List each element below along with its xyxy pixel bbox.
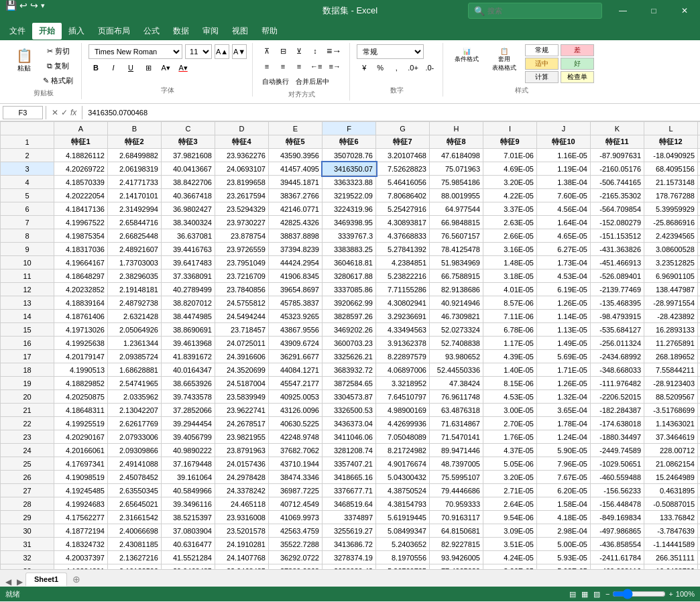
data-cell[interactable]: 1 [698,256,701,269]
data-cell[interactable]: 52.0273324 [430,323,483,337]
col-header-f[interactable]: F [323,122,376,135]
data-cell[interactable]: 3363323.88 [323,176,376,189]
row-header-33[interactable]: 33 [1,564,54,570]
data-cell[interactable]: 11.2765891 [644,337,698,350]
data-cell[interactable]: 1.58E-04 [537,497,591,511]
data-cell[interactable]: 5.27841392 [376,243,430,256]
data-cell[interactable]: 3280617.88 [323,269,376,283]
data-cell[interactable]: 42248.9748 [269,430,323,444]
data-cell[interactable]: 5.23822216 [376,269,430,283]
data-cell[interactable]: 178.767288 [644,189,698,202]
currency-btn[interactable]: ¥ [357,61,371,74]
data-cell[interactable]: 2.70E-05 [483,417,537,430]
data-cell[interactable]: 82.9227815 [430,538,483,551]
data-cell[interactable]: 4.18839164 [54,296,108,310]
data-cell[interactable]: 43590.3956 [269,149,323,162]
data-cell[interactable]: 44084.1271 [269,363,323,377]
row-header-24[interactable]: 24 [1,444,54,457]
data-cell[interactable]: 2.68499882 [108,149,162,162]
wrap-text-btn[interactable]: 自动换行 [259,75,292,88]
data-cell[interactable]: 3 [698,564,701,570]
data-cell[interactable]: 89.9471446 [430,444,483,457]
data-cell[interactable]: 3638030.43 [323,564,376,570]
data-cell[interactable]: 23.5839949 [215,390,269,404]
data-cell[interactable]: 2.13627216 [108,551,162,564]
data-cell[interactable]: 64.8150681 [430,524,483,538]
data-cell[interactable]: 4 [698,444,701,457]
scroll-left-icon[interactable]: ◀ [3,577,14,587]
align-top-btn[interactable]: ⊼ [259,44,274,58]
data-cell[interactable]: 40.3667418 [162,189,215,202]
data-cell[interactable]: 3469202.26 [323,323,376,337]
text-direction-btn[interactable]: ↕ [308,44,323,58]
data-cell[interactable]: 2.48792738 [108,296,162,310]
data-cell[interactable]: 23.878754 [215,229,269,243]
data-cell[interactable]: -2411.61784 [591,551,644,564]
data-cell[interactable]: 4.19875354 [54,229,108,243]
menu-formula[interactable]: 公式 [137,23,166,40]
data-cell[interactable]: 43710.1944 [269,457,323,471]
row-header-2[interactable]: 2 [1,149,54,162]
data-cell[interactable]: 40.9214946 [430,296,483,310]
view-normal-icon[interactable]: ▤ [569,590,576,599]
data-cell[interactable]: 41906.8345 [269,269,323,283]
header-cell[interactable]: 特征6 [323,135,376,149]
col-header-d[interactable]: D [215,122,269,135]
data-cell[interactable]: 93.980652 [430,350,483,363]
data-cell[interactable]: 23.5294329 [215,202,269,216]
close-btn[interactable]: ✕ [669,0,700,21]
data-cell[interactable]: 79.4446686 [430,484,483,497]
data-cell[interactable]: -2160.05176 [591,162,644,176]
confirm-formula-icon[interactable]: ✓ [61,108,68,117]
cell-reference-input[interactable] [3,106,43,119]
data-cell[interactable]: 8.15E-06 [483,377,537,390]
data-cell[interactable]: 23.7216709 [215,269,269,283]
data-cell[interactable]: 23.9730227 [215,216,269,229]
italic-button[interactable]: I [106,61,121,74]
data-cell[interactable]: 48.7397005 [430,457,483,471]
data-cell[interactable]: 70.9163117 [430,511,483,524]
data-cell[interactable]: 3 [698,283,701,296]
data-cell[interactable]: -152.080279 [591,216,644,229]
data-cell[interactable]: 40.5849966 [162,484,215,497]
data-cell[interactable]: 3357407.21 [323,457,376,471]
data-cell[interactable]: 82.9138686 [430,283,483,296]
data-cell[interactable]: 3416350.07 [323,162,376,176]
data-cell[interactable]: 38.4474985 [162,310,215,323]
col-header-m[interactable]: M [698,122,701,135]
data-cell[interactable]: 3376677.71 [323,484,376,497]
data-cell[interactable]: 3 [698,404,701,417]
data-cell[interactable]: 5.61919445 [376,511,430,524]
data-cell[interactable]: 40.6316477 [162,538,215,551]
data-cell[interactable]: 63.4876318 [430,404,483,417]
data-cell[interactable]: 1.78E-04 [537,417,591,430]
data-cell[interactable]: 38.8422706 [162,176,215,189]
data-cell[interactable]: 45323.9265 [269,310,323,323]
data-cell[interactable]: 7.11E-06 [483,310,537,323]
data-cell[interactable]: 24.1910281 [215,538,269,551]
data-cell[interactable]: 7.71155286 [376,283,430,296]
data-cell[interactable]: -156.56233 [591,484,644,497]
data-cell[interactable]: -535.684127 [591,323,644,337]
data-cell[interactable]: -526.089401 [591,269,644,283]
data-cell[interactable]: 1.17E-05 [483,337,537,350]
search-input[interactable] [487,7,588,15]
data-cell[interactable]: 3.08600528 [644,243,698,256]
bold-button[interactable]: B [89,61,103,74]
data-cell[interactable]: 1.73E-04 [537,256,591,269]
data-cell[interactable]: 7.05048089 [376,430,430,444]
row-header-28[interactable]: 28 [1,497,54,511]
data-cell[interactable]: 39.6417483 [162,256,215,269]
data-cell[interactable]: 75.5995107 [430,471,483,484]
fill-color-button[interactable]: A▾ [158,61,173,74]
data-cell[interactable]: 3872584.65 [323,377,376,390]
data-cell[interactable]: 5.93E-05 [537,551,591,564]
border-button[interactable]: ⊞ [141,61,156,74]
data-cell[interactable]: 21.0862154 [644,457,698,471]
data-cell[interactable]: 4 [698,484,701,497]
data-cell[interactable]: 64.977544 [430,202,483,216]
data-cell[interactable]: 2.65645021 [108,497,162,511]
data-cell[interactable]: 7.55844211 [644,363,698,377]
row-header-17[interactable]: 17 [1,350,54,363]
data-cell[interactable]: 7.67E-05 [537,471,591,484]
